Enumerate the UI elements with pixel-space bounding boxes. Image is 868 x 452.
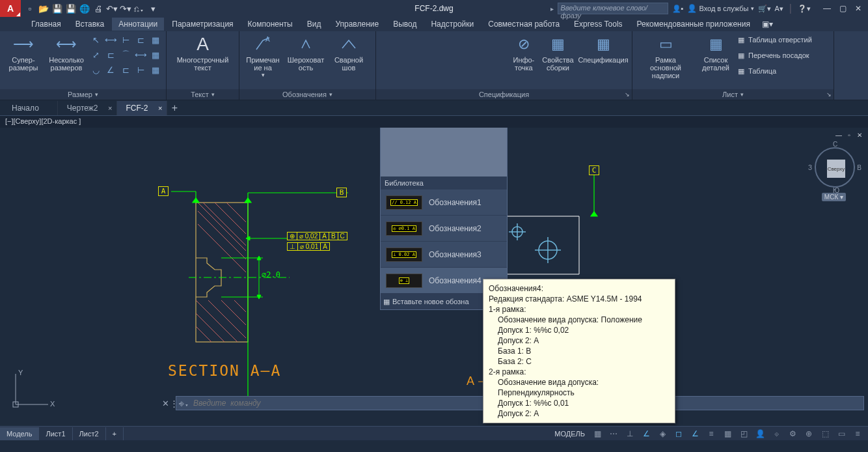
help-icon[interactable]: ❔▾	[798, 5, 811, 13]
vp-min-icon[interactable]: —	[834, 130, 843, 139]
assembly-props-button[interactable]: ▦ Свойства сборки	[540, 33, 576, 73]
minimize-button[interactable]: —	[820, 3, 834, 14]
sb-polar-icon[interactable]: ∠	[638, 427, 654, 440]
surface-button[interactable]: Шероховат ость	[285, 33, 327, 73]
balloon-button[interactable]: ⊘ Инфо- точка	[509, 33, 539, 73]
layout-tab-add[interactable]: +	[106, 427, 124, 440]
hole-table-button[interactable]: ▦Таблица отверстий	[735, 33, 815, 47]
qat-undo-icon[interactable]: ↶▾	[105, 2, 118, 15]
dim-tool-icon[interactable]: ⤢	[88, 48, 103, 62]
tab-output[interactable]: Вывод	[387, 18, 423, 31]
doc-tab-drawing2[interactable]: Чертеж2×	[58, 101, 117, 115]
dim-tool-icon[interactable]: ⟷	[103, 33, 118, 47]
drawing-canvas[interactable]: — ▫ ✕ С Ю В З Сверху МСК ▾	[0, 128, 868, 426]
dim-tool-icon[interactable]: ∠	[103, 63, 118, 77]
sb-grid-icon[interactable]: ▦	[590, 427, 605, 440]
tab-annotations[interactable]: Аннотации	[112, 18, 164, 31]
sb-iso-icon[interactable]: ◈	[655, 427, 670, 440]
signin-profile-icon[interactable]: 👤▪	[672, 5, 684, 13]
qat-web-icon[interactable]: 🌐	[78, 2, 91, 15]
doc-tab-fcf2[interactable]: FCF-2×	[117, 101, 167, 115]
datum-c[interactable]: C	[589, 165, 599, 175]
dimension-text[interactable]: ⌀2.0	[262, 270, 280, 279]
qat-save-icon[interactable]: 💾	[51, 2, 64, 15]
qat-new-icon[interactable]: ▫	[23, 2, 36, 15]
dim-tool-icon[interactable]: ▦	[148, 63, 163, 77]
dim-tool-icon[interactable]: ⊏	[103, 48, 118, 62]
qat-more-icon[interactable]: ▾	[146, 2, 159, 15]
dim-tool-icon[interactable]: ◡	[88, 63, 103, 77]
layout-tab-2[interactable]: Лист2	[73, 427, 106, 440]
dd-item-1[interactable]: // 0.12 A Обозначения1	[381, 190, 507, 216]
qat-saveas-icon[interactable]: 💾	[64, 2, 77, 15]
note-button[interactable]: A Примечан ие на ▾	[242, 33, 284, 79]
mtext-button[interactable]: A Многострочный текст	[169, 33, 236, 73]
dim-tool-icon[interactable]: ⊏	[133, 33, 148, 47]
qat-redo-icon[interactable]: ↷▾	[119, 2, 132, 15]
layout-tab-1[interactable]: Лист1	[39, 427, 72, 440]
qat-plot-icon[interactable]: 🖨	[92, 2, 105, 15]
tab-addins[interactable]: Надстройки	[424, 18, 480, 31]
dim-tool-icon[interactable]: ⟷	[133, 48, 148, 62]
dim-tool-icon[interactable]: ⊏	[118, 63, 133, 77]
viewport-label[interactable]: [−][Сверху][2D-каркас ]	[0, 116, 868, 128]
layout-tab-model[interactable]: Модель	[0, 427, 39, 440]
tab-view[interactable]: Вид	[301, 18, 328, 31]
super-dim-button[interactable]: ⟶ Супер- размеры	[3, 33, 44, 73]
sb-scale-icon[interactable]: ⟐	[768, 427, 784, 440]
datum-a[interactable]: A	[158, 186, 169, 196]
title-block-button[interactable]: ▭ Рамка основной надписи	[635, 33, 696, 81]
sb-ortho-icon[interactable]: ⊥	[622, 427, 638, 440]
sb-osnap-icon[interactable]: ◻	[671, 427, 686, 440]
panel-title-text[interactable]: Текст▾	[167, 89, 239, 100]
sb-custom-icon[interactable]: ≡	[850, 427, 865, 440]
sb-lwt-icon[interactable]: ≡	[703, 427, 719, 440]
search-input[interactable]: Введите ключевое слово/фразу	[558, 3, 668, 14]
cmd-handle-icon[interactable]: ⋮	[170, 399, 178, 408]
cart-icon[interactable]: 🛒▾	[758, 5, 771, 13]
status-model-label[interactable]: МОДЕЛЬ	[550, 430, 589, 438]
view-cube[interactable]: С Ю В З Сверху	[815, 147, 855, 188]
close-button[interactable]: ✕	[851, 3, 865, 14]
tab-home[interactable]: Главная	[25, 18, 68, 31]
dim-tool-icon[interactable]: ▦	[148, 33, 163, 47]
dim-tool-icon[interactable]: ▦	[148, 48, 163, 62]
dd-item-3[interactable]: ⊥ 0.02 A Обозначения3	[381, 242, 507, 268]
close-icon[interactable]: ×	[108, 104, 112, 112]
sb-monitor-icon[interactable]: ⊕	[801, 427, 817, 440]
sb-annot-icon[interactable]: 👤	[752, 427, 768, 440]
viewcube-face[interactable]: Сверху	[827, 160, 845, 178]
maximize-button[interactable]: ▢	[835, 3, 850, 14]
qat-share-icon[interactable]: ⎌▾	[133, 2, 146, 15]
tab-collaborate[interactable]: Совместная работа	[481, 18, 566, 31]
weld-button[interactable]: Сварной шов	[328, 33, 370, 73]
tab-express[interactable]: Express Tools	[567, 18, 629, 31]
tab-parametric[interactable]: Параметризация	[165, 18, 239, 31]
sb-transparency-icon[interactable]: ▦	[720, 427, 735, 440]
dd-item-2[interactable]: ◎ ⌀0.1 A Обозначения2	[381, 216, 507, 242]
doc-tab-start[interactable]: Начало	[3, 101, 58, 115]
qat-open-icon[interactable]: 📂	[37, 2, 50, 15]
fcf-frame-1[interactable]: ⊕ ⌀ 0,02 A B C	[287, 232, 347, 240]
sb-snap-icon[interactable]: ⋯	[606, 427, 621, 440]
datum-b[interactable]: B	[336, 188, 347, 197]
multi-dim-button[interactable]: ⟷ Несколько размеров	[46, 33, 87, 73]
panel-title-bom[interactable]: Спецификация↘	[376, 89, 632, 100]
sb-cycling-icon[interactable]: ◰	[736, 427, 752, 440]
panel-title-dimension[interactable]: Размер▾	[0, 89, 166, 100]
dim-tool-icon[interactable]: ⌒	[118, 48, 133, 62]
table-button[interactable]: ▦Таблица	[735, 64, 815, 78]
fits-list-button[interactable]: ▦Перечень посадок	[735, 48, 815, 63]
app-switcher-icon[interactable]: A▾	[775, 5, 783, 13]
signin-link[interactable]: 👤Вход в службы▾	[687, 4, 753, 13]
wcs-label[interactable]: МСК ▾	[822, 193, 846, 201]
vp-close-icon[interactable]: ✕	[855, 130, 864, 139]
app-logo[interactable]: A	[0, 0, 21, 17]
parts-list-button[interactable]: ▦ Список деталей	[698, 33, 734, 73]
dim-tool-icon[interactable]: ⊢	[118, 33, 133, 47]
panel-title-symbols[interactable]: Обозначения▾	[239, 89, 375, 100]
sb-otrack-icon[interactable]: ∠	[687, 427, 703, 440]
panel-title-sheet[interactable]: Лист▾↘	[632, 89, 834, 100]
tab-components[interactable]: Компоненты	[241, 18, 299, 31]
sb-units-icon[interactable]: ⬚	[817, 427, 833, 440]
